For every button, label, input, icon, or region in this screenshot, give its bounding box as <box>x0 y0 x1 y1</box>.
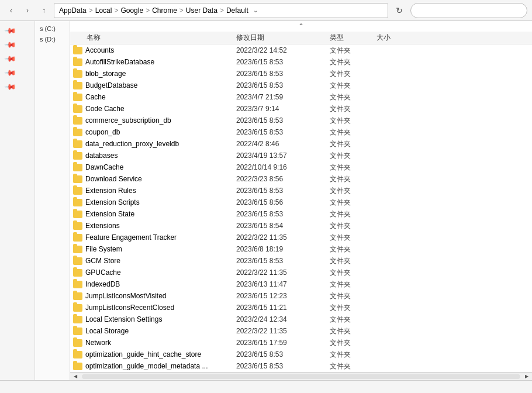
file-type: 文件夹 <box>330 361 376 371</box>
table-row[interactable]: GPUCache2022/3/22 11:35文件夹 <box>70 267 532 278</box>
folder-icon <box>72 115 83 126</box>
file-name: DawnCache <box>85 163 236 171</box>
file-date: 2023/6/15 8:53 <box>236 81 330 89</box>
file-name: GCM Store <box>85 257 236 265</box>
table-row[interactable]: Code Cache2023/3/7 9:14文件夹 <box>70 103 532 115</box>
table-row[interactable]: Accounts2022/3/22 14:52文件夹 <box>70 44 532 56</box>
table-row[interactable]: DawnCache2022/10/14 9:16文件夹 <box>70 161 532 173</box>
file-date: 2023/2/24 12:34 <box>236 315 330 323</box>
horizontal-scrollbar[interactable]: ◀ ▶ <box>70 372 532 380</box>
folder-icon <box>72 220 83 231</box>
file-type: 文件夹 <box>330 151 376 161</box>
h-scroll-track[interactable] <box>82 374 520 379</box>
file-type: 文件夹 <box>330 303 376 313</box>
file-type: 文件夹 <box>330 326 376 336</box>
file-type: 文件夹 <box>330 221 376 231</box>
file-type: 文件夹 <box>330 127 376 137</box>
sidebar: 📌 📌 📌 📌 📌 <box>0 21 35 380</box>
table-row[interactable]: optimization_guide_model_metadata ...202… <box>70 360 532 372</box>
table-row[interactable]: Extension Rules2023/6/15 8:53文件夹 <box>70 185 532 196</box>
table-row[interactable]: coupon_db2023/6/15 8:53文件夹 <box>70 126 532 138</box>
file-date: 2023/6/15 8:53 <box>236 257 330 265</box>
table-row[interactable]: Local Storage2022/3/22 11:35文件夹 <box>70 325 532 337</box>
file-date: 2023/6/15 11:21 <box>236 304 330 312</box>
table-row[interactable]: GCM Store2023/6/15 8:53文件夹 <box>70 255 532 267</box>
column-headers: 名称 修改日期 类型 大小 <box>70 32 532 44</box>
table-row[interactable]: File System2023/6/8 18:19文件夹 <box>70 243 532 255</box>
file-type: 文件夹 <box>330 338 376 348</box>
table-row[interactable]: Network2023/6/15 17:59文件夹 <box>70 337 532 349</box>
file-type: 文件夹 <box>330 57 376 67</box>
folder-icon <box>72 349 83 360</box>
path-segment-userdata: User Data <box>186 6 217 15</box>
h-scroll-left-btn[interactable]: ◀ <box>71 373 80 381</box>
file-date: 2023/6/15 8:56 <box>236 198 330 206</box>
pin-icon-5[interactable]: 📌 <box>1 77 20 96</box>
file-name: Cache <box>85 93 236 101</box>
path-dropdown-button[interactable]: ⌄ <box>251 7 260 13</box>
nav-item-d[interactable]: s (D:) <box>37 34 67 44</box>
file-scroll-area[interactable]: Accounts2022/3/22 14:52文件夹AutofillStrike… <box>70 44 532 372</box>
back-button[interactable]: ‹ <box>5 4 18 17</box>
up-button[interactable]: ↑ <box>37 4 50 17</box>
file-name: GPUCache <box>85 268 236 277</box>
file-type: 文件夹 <box>330 186 376 196</box>
file-date: 2023/6/15 8:53 <box>236 116 330 125</box>
table-row[interactable]: AutofillStrikeDatabase2023/6/15 8:53文件夹 <box>70 56 532 68</box>
file-date: 2023/6/8 18:19 <box>236 245 330 253</box>
file-date: 2023/6/15 8:53 <box>236 58 330 66</box>
file-name: databases <box>85 151 236 160</box>
table-row[interactable]: Cache2023/4/7 21:59文件夹 <box>70 91 532 103</box>
file-name: BudgetDatabase <box>85 81 236 89</box>
path-segment-local: Local <box>95 6 112 15</box>
forward-button[interactable]: › <box>21 4 34 17</box>
table-row[interactable]: Extensions2023/6/15 8:54文件夹 <box>70 220 532 232</box>
table-row[interactable]: data_reduction_proxy_leveldb2022/4/2 8:4… <box>70 138 532 150</box>
table-row[interactable]: Extension Scripts2023/6/15 8:56文件夹 <box>70 196 532 208</box>
col-header-size[interactable]: 大小 <box>376 33 423 43</box>
file-name: optimization_guide_hint_cache_store <box>85 350 236 358</box>
table-row[interactable]: optimization_guide_hint_cache_store2023/… <box>70 349 532 360</box>
file-date: 2023/6/15 8:53 <box>236 128 330 136</box>
col-header-type[interactable]: 类型 <box>330 33 376 43</box>
table-row[interactable]: IndexedDB2023/6/13 11:47文件夹 <box>70 278 532 290</box>
file-type: 文件夹 <box>330 163 376 173</box>
file-name: Accounts <box>85 46 236 54</box>
file-type: 文件夹 <box>330 256 376 266</box>
table-row[interactable]: blob_storage2023/6/15 8:53文件夹 <box>70 68 532 80</box>
table-row[interactable]: JumpListIconsMostVisited2023/6/15 12:23文… <box>70 290 532 302</box>
file-name: IndexedDB <box>85 280 236 288</box>
file-name: Local Storage <box>85 327 236 335</box>
table-row[interactable]: Feature Engagement Tracker2022/3/22 11:3… <box>70 232 532 243</box>
folder-icon <box>72 197 83 208</box>
file-name: Network <box>85 339 236 347</box>
refresh-button[interactable]: ↻ <box>392 3 407 18</box>
file-date: 2022/3/23 8:56 <box>236 175 330 183</box>
file-date: 2023/6/15 8:54 <box>236 222 330 230</box>
table-row[interactable]: databases2023/4/19 13:57文件夹 <box>70 150 532 161</box>
table-row[interactable]: commerce_subscription_db2023/6/15 8:53文件… <box>70 115 532 126</box>
folder-icon <box>72 326 83 336</box>
up-arrow-row[interactable]: ⌃ <box>70 21 532 32</box>
file-date: 2022/3/22 11:35 <box>236 233 330 242</box>
nav-item-c[interactable]: s (C:) <box>37 23 67 34</box>
file-name: Download Service <box>85 175 236 183</box>
file-type: 文件夹 <box>330 69 376 79</box>
table-row[interactable]: Local Extension Settings2023/2/24 12:34文… <box>70 313 532 325</box>
file-date: 2023/6/13 11:47 <box>236 280 330 288</box>
h-scroll-right-btn[interactable]: ▶ <box>523 373 531 381</box>
table-row[interactable]: Download Service2022/3/23 8:56文件夹 <box>70 173 532 185</box>
file-date: 2023/4/19 13:57 <box>236 151 330 160</box>
address-path[interactable]: AppData > Local > Google > Chrome > User… <box>54 3 388 18</box>
file-date: 2023/6/15 8:53 <box>236 350 330 358</box>
table-row[interactable]: Extension State2023/6/15 8:53文件夹 <box>70 208 532 220</box>
folder-icon <box>72 291 83 301</box>
col-header-date[interactable]: 修改日期 <box>236 33 330 43</box>
col-header-name[interactable]: 名称 <box>72 33 236 43</box>
table-row[interactable]: BudgetDatabase2023/6/15 8:53文件夹 <box>70 80 532 91</box>
search-input[interactable] <box>410 3 527 18</box>
file-date: 2023/6/15 8:53 <box>236 70 330 78</box>
path-segment-appdata: AppData <box>59 6 87 15</box>
table-row[interactable]: JumpListIconsRecentClosed2023/6/15 11:21… <box>70 302 532 313</box>
file-name: Extension State <box>85 210 236 218</box>
